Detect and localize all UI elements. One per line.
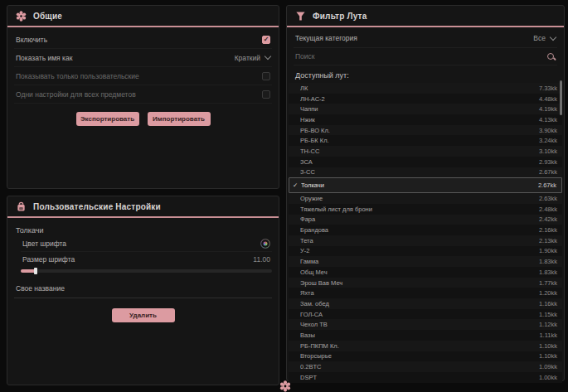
list-item[interactable]: Эрош Вав Меч1.77kk: [289, 278, 562, 288]
export-button[interactable]: Экспортировать: [76, 112, 139, 126]
item-name: Зам. обед: [300, 300, 539, 307]
item-value: 2.63kk: [539, 195, 557, 202]
item-value: 1.83kk: [539, 269, 557, 276]
list-item[interactable]: Общ Меч1.83kk: [289, 267, 562, 278]
item-name: Общ Меч: [300, 269, 539, 276]
item-name: Фара: [300, 215, 539, 223]
selected-check-icon: ✓: [293, 181, 301, 189]
list-item[interactable]: Тяжелый лист для брони2.48kk: [289, 204, 562, 215]
item-value: 2.67kk: [539, 168, 557, 176]
item-value: 1.20kk: [539, 289, 557, 297]
item-value: 2.42kk: [539, 215, 557, 223]
list-item[interactable]: 0.2BTC1.09kk: [289, 361, 562, 372]
delete-button[interactable]: Удалить: [112, 308, 175, 322]
category-value: Все: [533, 34, 546, 42]
list-item[interactable]: РБ-ПКПМ Кл.1.10kk: [289, 341, 562, 351]
item-name: Вторсырье: [300, 352, 539, 360]
item-name: Яхта: [300, 289, 539, 297]
item-name: РБ-ПКПМ Кл.: [300, 342, 539, 350]
setting-row-only-custom: Показывать только пользовательские: [14, 67, 272, 85]
item-value: 2.13kk: [539, 237, 557, 244]
list-item[interactable]: ЗСА2.93kk: [289, 157, 562, 167]
selected-item-label: Толкачи: [16, 226, 270, 235]
only-custom-checkbox[interactable]: [262, 72, 270, 80]
name-mode-select[interactable]: Краткий: [235, 54, 270, 62]
loot-list-scrollbar[interactable]: [560, 80, 562, 115]
list-item[interactable]: Вторсырье1.10kk: [289, 351, 562, 362]
chevron-down-icon: [265, 53, 271, 60]
item-name: Брандова: [300, 226, 539, 234]
import-button[interactable]: Импортировать: [148, 112, 211, 126]
search-icon[interactable]: [546, 52, 556, 61]
item-value: 4.19kk: [539, 105, 557, 113]
font-size-value: 11.00: [253, 255, 270, 264]
list-item[interactable]: Тета2.13kk: [289, 235, 562, 246]
item-name: ЛК: [300, 85, 539, 92]
panel-title-user-settings: Пользовательские Настройки: [33, 202, 161, 211]
list-item[interactable]: Вазы1.11kk: [289, 330, 562, 341]
same-settings-checkbox[interactable]: [262, 90, 270, 99]
list-item[interactable]: Оружие2.63kk: [289, 193, 562, 204]
slider-handle[interactable]: [34, 268, 37, 274]
item-value: 7.33kk: [539, 85, 557, 92]
enable-label: Включить: [16, 36, 47, 44]
list-item[interactable]: РБ-ВО Кл.3.90kk: [289, 125, 562, 136]
same-settings-label: Одни настройки для всех предметов: [16, 90, 136, 99]
item-value: 2.16kk: [539, 226, 557, 234]
list-item[interactable]: Брандова2.16kk: [289, 225, 562, 235]
item-value: 1.83kk: [539, 258, 557, 265]
name-mode-value: Краткий: [235, 54, 260, 62]
item-value: 3.10kk: [539, 148, 557, 155]
item-value: 1.16kk: [539, 300, 557, 307]
item-name: З-СС: [300, 168, 539, 176]
list-item[interactable]: Яхта1.20kk: [289, 288, 562, 298]
item-value: 1.90kk: [539, 247, 557, 254]
item-name: РБ-БК Кл.: [300, 137, 539, 144]
loot-filter-header: Фильтр Лута: [287, 6, 564, 27]
list-item[interactable]: З-СС2.67kk: [289, 167, 562, 178]
color-wheel-icon[interactable]: [260, 239, 270, 249]
item-name: ТН-СС: [300, 148, 539, 155]
list-item[interactable]: РБ-БК Кл.3.24kk: [289, 135, 562, 146]
item-name: Гамма: [300, 258, 539, 265]
setting-row-enable: Включить ✓: [14, 31, 272, 49]
list-item[interactable]: Зам. обед1.16kk: [289, 298, 562, 309]
panel-title-general: Общие: [33, 12, 62, 21]
list-item[interactable]: ТН-СС3.10kk: [289, 146, 562, 157]
general-panel: Общие Включить ✓ Показать имя как Кратки…: [7, 5, 279, 189]
list-item[interactable]: ГОЛ-СА1.15kk: [289, 309, 562, 320]
item-value: 1.00kk: [539, 374, 557, 381]
custom-name-input[interactable]: [14, 281, 272, 298]
list-item[interactable]: У-21.90kk: [289, 246, 562, 257]
list-item[interactable]: ЛК7.33kk: [289, 83, 562, 94]
list-item[interactable]: ✓Толкачи2.67kk: [289, 177, 562, 193]
name-mode-label: Показать имя как: [16, 54, 72, 62]
list-item[interactable]: Фара2.42kk: [289, 215, 562, 225]
list-item[interactable]: ЛН-АС-24.48kk: [289, 94, 562, 104]
font-color-label: Цвет шрифта: [22, 240, 66, 248]
item-name: РБ-ВО Кл.: [300, 127, 539, 134]
gear-flower-icon: [16, 11, 27, 22]
search-input[interactable]: [295, 52, 546, 60]
loot-filter-panel: Фильтр Лута Текущая категория Все Доступ…: [286, 5, 565, 381]
list-item[interactable]: Гамма1.83kk: [289, 256, 562, 267]
enable-checkbox[interactable]: ✓: [262, 36, 270, 44]
panel-title-loot-filter: Фильтр Лута: [313, 12, 367, 21]
item-value: 1.11kk: [539, 332, 557, 339]
list-item[interactable]: DSPT1.00kk: [289, 372, 562, 383]
list-item[interactable]: Чехол ТВ1.12kk: [289, 319, 562, 330]
user-settings-panel: Пользовательские Настройки Толкачи Цвет …: [7, 196, 279, 385]
font-color-row: Цвет шрифта: [21, 236, 272, 252]
category-select[interactable]: Все: [533, 34, 556, 42]
mod-toggle-flower-icon[interactable]: [279, 380, 291, 392]
font-size-slider[interactable]: [21, 269, 272, 273]
list-item[interactable]: Нжик4.13kk: [289, 114, 562, 125]
item-value: 3.90kk: [539, 127, 557, 134]
item-name: Эрош Вав Меч: [300, 279, 539, 287]
list-item[interactable]: Чаппи4.19kk: [289, 104, 562, 114]
item-name: У-2: [300, 247, 539, 254]
item-value: 1.09kk: [539, 363, 557, 370]
search-row: [294, 48, 557, 65]
font-size-label: Размер шрифта: [22, 255, 75, 264]
item-name: Тета: [300, 237, 539, 244]
